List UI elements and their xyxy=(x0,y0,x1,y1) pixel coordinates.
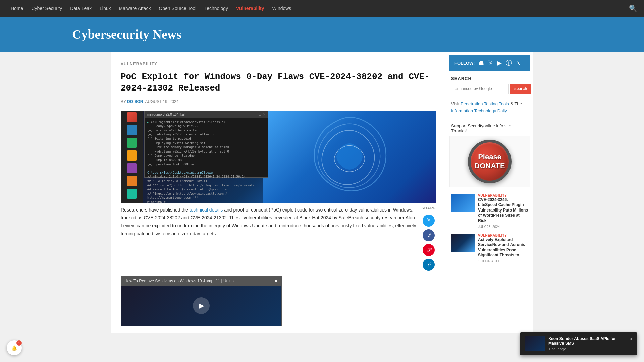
icon-3 xyxy=(127,138,137,148)
terminal-controls: — □ ✕ xyxy=(254,113,265,116)
facebook-follow-icon[interactable]: ☗ xyxy=(479,59,484,67)
video-title-text: How To Remove SAntivirus on Windows 10 &… xyxy=(124,279,238,283)
terminal-line-5: [+] Switching to payload xyxy=(147,137,265,141)
it-daily-link[interactable]: Information Technology Daily xyxy=(451,108,507,113)
visit-connector: & The xyxy=(510,101,522,106)
nav-open-source-tool[interactable]: Open Source Tool xyxy=(155,0,200,17)
content-area: VULNERABILITY PoC Exploit for Windows 0-… xyxy=(114,52,443,333)
support-text: Support Securityonline.info site. Thanks… xyxy=(449,123,530,133)
share-twitter-button[interactable]: 𝕏 xyxy=(423,215,435,227)
terminal-line-10: [+] Dump is 88.9 MB xyxy=(147,158,265,162)
sidebar-news-thumb-2 xyxy=(451,234,475,252)
terminal-line-8: [+] Hydrating 70512 FAT/203 bytes at off… xyxy=(147,149,265,154)
pentest-tools-link[interactable]: Penetration Testing Tools xyxy=(461,101,509,106)
sidebar-news-item-2: VULNERABILITY Actively Exploited Service… xyxy=(449,234,530,263)
search-title: SEARCH xyxy=(451,76,528,81)
donate-container: PleaseDONATE xyxy=(449,136,530,187)
terminal-line-6: [+] Employing system working set xyxy=(147,141,265,145)
minimize-icon[interactable]: — xyxy=(254,113,257,116)
icon-5 xyxy=(127,163,137,173)
terminal-line-4: [+] Hydrating 70512 bytes at offset 0 xyxy=(147,132,265,137)
sidebar-news-category-2: VULNERABILITY xyxy=(478,234,528,237)
article-hero-image: minidump 3.22.0-x64 [kali] — □ ✕ ► C:\Pr… xyxy=(121,111,436,203)
windows-logo-svg xyxy=(306,113,393,200)
share-label: SHARE xyxy=(421,206,436,210)
terminal-line-17: ## Pingcastle : https://www.pingcastle.c… xyxy=(147,192,265,200)
toast-notification: Xeon Sender Abuses SaaS APIs for Massive… xyxy=(520,332,637,333)
search-input[interactable] xyxy=(451,84,509,94)
author-link[interactable]: DO SON xyxy=(127,99,143,104)
search-section: SEARCH search xyxy=(449,76,530,94)
article-title: PoC Exploit for Windows 0-Day Flaws CVE-… xyxy=(121,71,436,94)
sidebar-news-title-1[interactable]: CVE-2024-3246: LiteSpeed Cache Plugin Vu… xyxy=(478,197,528,224)
video-placeholder[interactable]: ▶ xyxy=(121,286,281,326)
icon-6 xyxy=(127,176,137,186)
search-row: search xyxy=(451,84,528,94)
terminal-line-18: minidump # xyxy=(147,200,265,203)
terminal-line-3: [+] FetchMetaCallback called. xyxy=(147,128,265,133)
terminal-line-13: ## minidump 2.1.0 (x64) #13841 #13641 24… xyxy=(147,175,265,179)
article-text-block: Researchers have published the technical… xyxy=(121,203,416,241)
site-title: Cybersecurity News xyxy=(72,27,637,42)
search-button[interactable]: search xyxy=(510,84,531,94)
close-icon[interactable]: ✕ xyxy=(263,113,265,116)
play-button[interactable]: ▶ xyxy=(193,297,210,314)
share-linkedin-button[interactable]: 𝒪 xyxy=(423,259,435,271)
terminal-title-text: minidump 3.22.0-x64 [kali] xyxy=(147,113,186,116)
visit-text: Visit Penetration Testing Tools & The In… xyxy=(449,101,530,115)
video-titlebar: How To Remove SAntivirus on Windows 10 &… xyxy=(121,276,281,286)
site-header: Cybersecurity News xyxy=(0,17,644,52)
windows-background xyxy=(263,111,436,203)
maximize-icon[interactable]: □ xyxy=(259,113,261,116)
share-pinterest-button[interactable]: 𝒫 xyxy=(423,244,435,256)
video-close-button[interactable]: ✕ xyxy=(274,278,278,284)
donate-text: PleaseDONATE xyxy=(474,153,505,170)
icon-4 xyxy=(127,150,137,161)
terminal-body: ► C:\ProgramFiles\Windows\system32\lsass… xyxy=(145,118,268,203)
share-facebook-button[interactable]: 𝒻 xyxy=(423,229,435,241)
twitter-follow-icon[interactable]: 𝕏 xyxy=(488,59,493,67)
sidebar-news-date-2: 1 hour ago xyxy=(478,259,528,263)
follow-label: FOLLOW: xyxy=(454,61,475,66)
article-content-row: Researchers have published the technical… xyxy=(121,203,436,271)
icon-2 xyxy=(127,125,137,135)
technical-details-link[interactable]: technical details xyxy=(190,207,223,213)
article-paragraph-1: Researchers have published the technical… xyxy=(121,203,416,238)
terminal-line-11: [+] Operation took 3008 ms xyxy=(147,162,265,167)
nav-home[interactable]: Home xyxy=(7,0,27,17)
rss-follow-icon[interactable]: ∿ xyxy=(516,59,521,67)
terminal-window: minidump 3.22.0-x64 [kali] — □ ✕ ► C:\Pr… xyxy=(144,111,268,178)
main-wrapper: VULNERABILITY PoC Exploit for Windows 0-… xyxy=(111,52,533,333)
nav-linux[interactable]: Linux xyxy=(96,0,115,17)
terminal-line-15: ## *** (more?) Github: https://blog.gent… xyxy=(147,183,265,188)
nav-malware-attack[interactable]: Malware Attack xyxy=(115,0,155,17)
icon-1 xyxy=(127,112,137,122)
terminal-line-2: [+] Ready. Spawning winit... xyxy=(147,124,265,128)
search-icon[interactable]: 🔍 xyxy=(629,4,637,12)
sidebar: FOLLOW: ☗ 𝕏 ▶ ⓘ ∿ SEARCH search Visit Pe… xyxy=(449,52,530,333)
desktop-icons xyxy=(121,111,143,203)
sidebar-news-date-1: JULY 23, 2024 xyxy=(478,225,528,229)
article-meta: BY DO SON AUGUST 19, 2024 xyxy=(121,99,436,104)
youtube-follow-icon[interactable]: ▶ xyxy=(497,59,502,67)
sidebar-news-thumb-1 xyxy=(451,194,475,212)
nav-cyber-security[interactable]: Cyber Security xyxy=(27,0,66,17)
top-navigation: Home Cyber Security Data Leak Linux Malw… xyxy=(0,0,644,17)
terminal-line-7: [+] Give the memory manager a moment to … xyxy=(147,145,265,149)
article-date: AUGUST 19, 2024 xyxy=(145,99,178,104)
terminal-line-14: ## " -A la vie, a l'amour" (av.m) xyxy=(147,179,265,183)
sidebar-news-content-1: VULNERABILITY CVE-2024-3246: LiteSpeed C… xyxy=(478,194,528,229)
nav-technology[interactable]: Technology xyxy=(200,0,232,17)
sidebar-news-title-2[interactable]: Actively Exploited ServiceNow and Acroni… xyxy=(478,237,528,258)
donate-button[interactable]: PleaseDONATE xyxy=(468,140,512,183)
share-column: SHARE 𝕏 𝒻 𝒫 𝒪 xyxy=(416,203,436,271)
nav-vulnerability[interactable]: Vulnerability xyxy=(232,0,268,17)
nav-data-leak[interactable]: Data Leak xyxy=(66,0,96,17)
sidebar-news-category-1: VULNERABILITY xyxy=(478,194,528,197)
nav-windows[interactable]: Windows xyxy=(268,0,296,17)
github-follow-icon[interactable]: ⓘ xyxy=(506,59,512,67)
terminal-line-12: C:\Users\Test\Desktop>minidump73.exe xyxy=(147,171,265,175)
terminal-line-9: [+] Dump saved to: lsa.dmp xyxy=(147,154,265,158)
video-embed: How To Remove SAntivirus on Windows 10 &… xyxy=(121,276,282,326)
terminal-line-16: ## Vincent Le Toux (vincent.letoux@gmail… xyxy=(147,187,265,192)
